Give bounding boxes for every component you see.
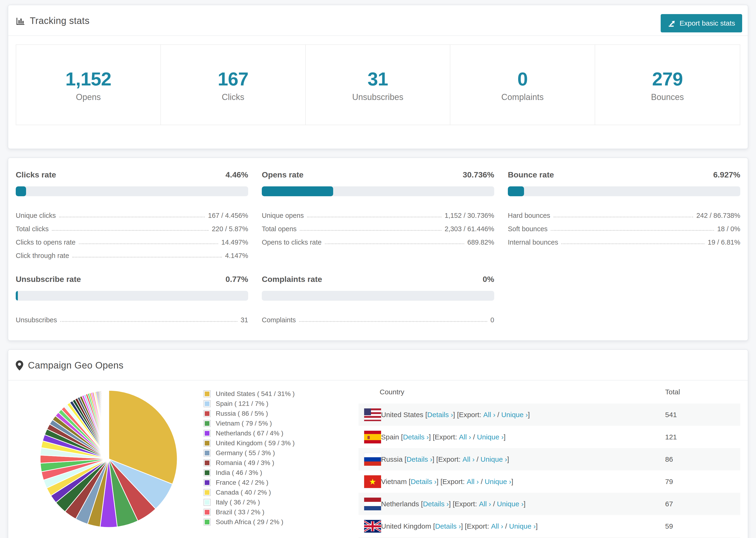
table-row-vn: ★Vietnam [Details ›] [Export: All › / Un…: [358, 470, 740, 493]
legend-swatch: [203, 509, 211, 516]
rate-block-unsubscribe: Unsubscribe rate0.77%Unsubscribes31: [16, 275, 248, 324]
details-link[interactable]: Details ›: [411, 478, 436, 486]
flag-icon-ru: [364, 453, 381, 466]
map-pin-icon: [16, 360, 23, 371]
legend-swatch-color: [205, 441, 209, 446]
rate-row-value: 242 / 86.738%: [696, 212, 740, 219]
rate-row-label: Unique opens: [262, 212, 304, 219]
total-cell: 86: [665, 456, 740, 463]
rate-row: Click through rate4.147%: [16, 246, 248, 260]
rate-row: Total clicks220 / 5.87%: [16, 219, 248, 233]
country-name: Russia: [381, 456, 405, 463]
dotted-leader: [561, 243, 704, 244]
stat-cell-unsubscribes: 31Unsubscribes: [306, 45, 450, 125]
export-prefix: [Export:: [441, 478, 467, 486]
rate-head: Opens rate30.736%: [262, 170, 494, 179]
legend-item-south-africa: South Africa ( 29 / 2% ): [203, 517, 345, 527]
export-all-link[interactable]: All ›: [459, 433, 471, 441]
legend-swatch-color: [205, 510, 209, 514]
spain-crest: [367, 436, 370, 439]
legend-label: United States ( 541 / 31% ): [216, 390, 295, 398]
rate-row-value: 167 / 4.456%: [208, 212, 248, 219]
rate-row-label: Internal bounces: [508, 239, 558, 246]
rate-row-value: 1,152 / 30.736%: [445, 212, 494, 219]
pie-slice-other-48[interactable]: [108, 390, 109, 459]
country-cell: Netherlands [Details ›] [Export: All › /…: [358, 498, 665, 510]
export-all-link[interactable]: All ›: [491, 522, 503, 530]
rate-row-value: 18 / 0%: [717, 225, 740, 233]
rate-head: Complaints rate0%: [262, 275, 494, 284]
bracket: ]: [507, 456, 509, 463]
country-cell: United States [Details ›] [Export: All ›…: [358, 408, 665, 421]
country-cell: Spain [Details ›] [Export: All › / Uniqu…: [358, 431, 665, 443]
stat-summary-row: 1,152Opens167Clicks31Unsubscribes0Compla…: [16, 44, 740, 125]
stat-value: 1,152: [16, 68, 160, 90]
rate-row-label: Unsubscribes: [16, 316, 57, 324]
bracket: [: [433, 522, 435, 530]
dotted-leader: [79, 243, 218, 244]
rate-row-label: Click through rate: [16, 252, 69, 260]
export-unique-link[interactable]: Unique ›: [497, 500, 523, 508]
legend-item-united-states: United States ( 541 / 31% ): [203, 389, 345, 399]
rate-value: 6.927%: [713, 170, 740, 179]
stat-label: Complaints: [450, 92, 594, 102]
rate-block-opens: Opens rate30.736%Unique opens1,152 / 30.…: [262, 170, 494, 260]
bracket: ]: [436, 478, 441, 486]
details-link[interactable]: Details ›: [435, 522, 461, 530]
export-unique-link[interactable]: Unique ›: [501, 411, 528, 419]
export-unique-link[interactable]: Unique ›: [481, 456, 507, 463]
rate-row: Complaints0: [262, 310, 494, 324]
export-all-link[interactable]: All ›: [467, 478, 479, 486]
export-unique-link[interactable]: Unique ›: [485, 478, 511, 486]
details-link[interactable]: Details ›: [403, 433, 429, 441]
legend-label: Germany ( 55 / 3% ): [216, 449, 275, 457]
export-all-link[interactable]: All ›: [462, 456, 475, 463]
flag-icon-gb: [364, 520, 381, 533]
export-all-link[interactable]: All ›: [479, 500, 491, 508]
bracket: ]: [536, 522, 538, 530]
rate-row-value: 14.497%: [221, 239, 248, 246]
dotted-leader: [325, 243, 464, 244]
legend-swatch: [203, 518, 211, 525]
country-cell: ★Vietnam [Details ›] [Export: All › / Un…: [358, 475, 665, 488]
legend-item-russia: Russia ( 86 / 5% ): [203, 409, 345, 418]
progress-track: [262, 291, 494, 301]
rate-row-value: 2,303 / 61.446%: [445, 225, 494, 233]
column-header-country: Country: [358, 388, 665, 396]
country-name: Vietnam: [381, 478, 409, 486]
legend-label: Canada ( 40 / 2% ): [216, 489, 271, 496]
rate-title: Opens rate: [262, 170, 303, 179]
bracket: [: [401, 433, 403, 441]
details-link[interactable]: Details ›: [427, 411, 453, 419]
legend-swatch-color: [205, 451, 209, 456]
bracket: ]: [512, 478, 513, 486]
legend-swatch-color: [205, 500, 209, 505]
rate-rows: Unique clicks167 / 4.456%Total clicks220…: [16, 206, 248, 260]
export-unique-link[interactable]: Unique ›: [509, 522, 536, 530]
stat-cell-clicks: 167Clicks: [161, 45, 305, 125]
vietnam-star: ★: [364, 475, 381, 488]
rate-row-value: 19 / 6.81%: [708, 239, 740, 246]
rates-grid: Clicks rate4.46%Unique clicks167 / 4.456…: [8, 158, 748, 340]
legend-item-brazil: Brazil ( 33 / 2% ): [203, 507, 345, 517]
legend-swatch: [203, 420, 211, 427]
details-link[interactable]: Details ›: [423, 500, 449, 508]
legend-swatch-color: [205, 480, 209, 485]
legend-swatch: [203, 479, 211, 486]
bracket: [: [409, 478, 411, 486]
rate-head: Unsubscribe rate0.77%: [16, 275, 248, 284]
details-link[interactable]: Details ›: [406, 456, 432, 463]
geo-pie-chart: [16, 381, 194, 538]
rate-block-clicks: Clicks rate4.46%Unique clicks167 / 4.456…: [16, 170, 248, 260]
dotted-leader: [52, 230, 208, 231]
dotted-leader: [554, 217, 693, 217]
export-unique-link[interactable]: Unique ›: [477, 433, 504, 441]
legend-swatch: [203, 469, 211, 476]
export-all-link[interactable]: All ›: [483, 411, 495, 419]
export-basic-stats-button[interactable]: Export basic stats: [661, 14, 742, 32]
legend-swatch: [203, 459, 211, 466]
rate-value: 0%: [483, 275, 494, 284]
rate-row-label: Soft bounces: [508, 225, 548, 233]
flag-icon-us: [364, 408, 381, 421]
geo-body: United States ( 541 / 31% )Spain ( 121 /…: [8, 381, 748, 538]
